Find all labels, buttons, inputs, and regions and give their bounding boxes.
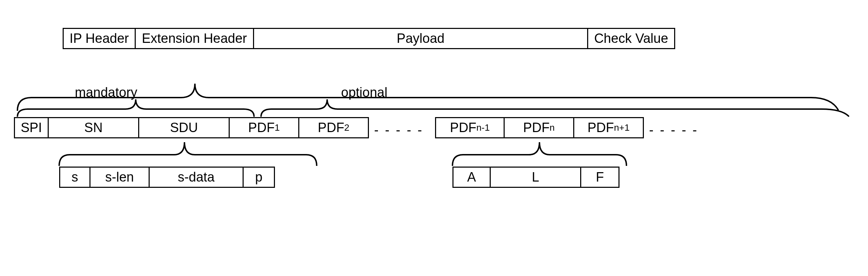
ext-fields-row-b: PDFn-1 PDFn PDFn+1: [435, 117, 644, 138]
s-len-field: s-len: [90, 167, 150, 188]
sdu-field: SDU: [139, 117, 230, 138]
pdfn-brace-icon: [449, 139, 630, 166]
check-value-field: Check Value: [588, 28, 675, 49]
ext-fields-row-a: SPI SN SDU PDF1 PDF2: [14, 117, 369, 138]
mandatory-label: mandatory: [75, 85, 137, 100]
ip-header-field: IP Header: [63, 28, 136, 49]
pdf1-field: PDF1: [230, 117, 299, 138]
s-data-field: s-data: [150, 167, 244, 188]
a-field: A: [452, 167, 491, 188]
extension-header-field: Extension Header: [136, 28, 254, 49]
p-field: p: [244, 167, 275, 188]
packet-row: IP Header Extension Header Payload Check…: [63, 28, 675, 49]
s-field: s: [59, 167, 90, 188]
payload-field: Payload: [254, 28, 588, 49]
sdu-brace-icon: [56, 139, 320, 166]
pdfn-field: PDFn: [505, 117, 574, 138]
f-field: F: [581, 167, 620, 188]
pdfn-1-field: PDFn-1: [435, 117, 505, 138]
sn-field: SN: [49, 117, 139, 138]
optional-label: optional: [341, 85, 387, 100]
sdu-row: s s-len s-data p: [59, 167, 275, 188]
dashes-1: - - - - -: [374, 123, 424, 138]
spi-field: SPI: [14, 117, 49, 138]
l-field: L: [491, 167, 581, 188]
dashes-2: - - - - -: [649, 123, 699, 138]
pdfn+1-field: PDFn+1: [574, 117, 644, 138]
pdfn-row: A L F: [452, 167, 620, 188]
pdf2-field: PDF2: [299, 117, 369, 138]
packet-diagram: IP Header Extension Header Payload Check…: [14, 28, 854, 272]
